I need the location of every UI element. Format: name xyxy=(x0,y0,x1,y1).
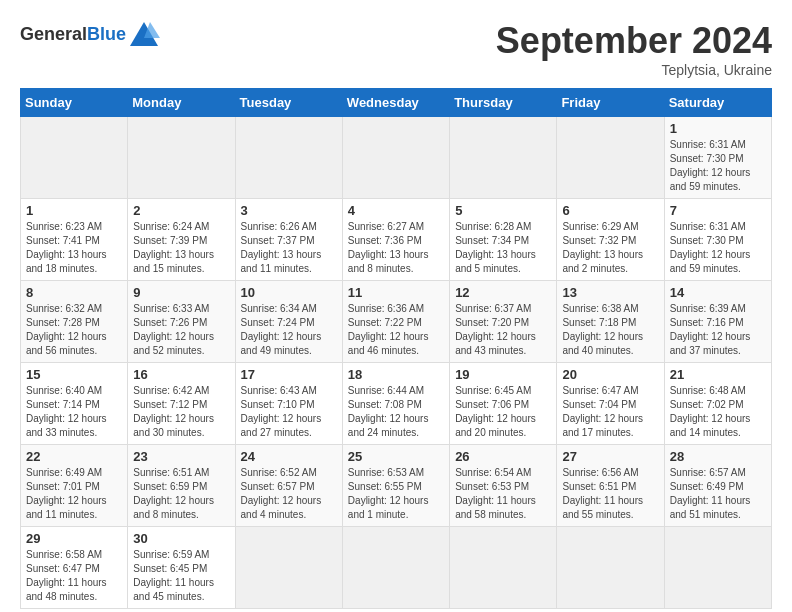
column-header-friday: Friday xyxy=(557,89,664,117)
column-header-monday: Monday xyxy=(128,89,235,117)
calendar-cell xyxy=(342,117,449,199)
calendar-cell: 17 Sunrise: 6:43 AMSunset: 7:10 PMDaylig… xyxy=(235,363,342,445)
calendar-cell: 18 Sunrise: 6:44 AMSunset: 7:08 PMDaylig… xyxy=(342,363,449,445)
calendar-cell xyxy=(235,117,342,199)
day-number: 18 xyxy=(348,367,444,382)
month-title: September 2024 xyxy=(496,20,772,62)
day-info: Sunrise: 6:57 AMSunset: 6:49 PMDaylight:… xyxy=(670,467,751,520)
calendar-cell: 8 Sunrise: 6:32 AMSunset: 7:28 PMDayligh… xyxy=(21,281,128,363)
day-number: 7 xyxy=(670,203,766,218)
calendar-cell: 30 Sunrise: 6:59 AMSunset: 6:45 PMDaylig… xyxy=(128,527,235,609)
day-info: Sunrise: 6:26 AMSunset: 7:37 PMDaylight:… xyxy=(241,221,322,274)
calendar-cell: 2 Sunrise: 6:24 AMSunset: 7:39 PMDayligh… xyxy=(128,199,235,281)
day-info: Sunrise: 6:54 AMSunset: 6:53 PMDaylight:… xyxy=(455,467,536,520)
calendar-cell xyxy=(128,117,235,199)
calendar-cell xyxy=(450,527,557,609)
day-info: Sunrise: 6:33 AMSunset: 7:26 PMDaylight:… xyxy=(133,303,214,356)
calendar-cell: 1 Sunrise: 6:31 AMSunset: 7:30 PMDayligh… xyxy=(664,117,771,199)
calendar-cell: 4 Sunrise: 6:27 AMSunset: 7:36 PMDayligh… xyxy=(342,199,449,281)
day-info: Sunrise: 6:29 AMSunset: 7:32 PMDaylight:… xyxy=(562,221,643,274)
calendar-cell: 25 Sunrise: 6:53 AMSunset: 6:55 PMDaylig… xyxy=(342,445,449,527)
calendar-cell xyxy=(235,527,342,609)
location-subtitle: Teplytsia, Ukraine xyxy=(496,62,772,78)
calendar-cell: 22 Sunrise: 6:49 AMSunset: 7:01 PMDaylig… xyxy=(21,445,128,527)
day-number: 8 xyxy=(26,285,122,300)
calendar-cell: 10 Sunrise: 6:34 AMSunset: 7:24 PMDaylig… xyxy=(235,281,342,363)
column-header-thursday: Thursday xyxy=(450,89,557,117)
logo-icon xyxy=(128,20,160,48)
day-info: Sunrise: 6:49 AMSunset: 7:01 PMDaylight:… xyxy=(26,467,107,520)
day-info: Sunrise: 6:37 AMSunset: 7:20 PMDaylight:… xyxy=(455,303,536,356)
day-number: 30 xyxy=(133,531,229,546)
day-number: 21 xyxy=(670,367,766,382)
day-info: Sunrise: 6:36 AMSunset: 7:22 PMDaylight:… xyxy=(348,303,429,356)
calendar-cell: 1 Sunrise: 6:23 AMSunset: 7:41 PMDayligh… xyxy=(21,199,128,281)
day-number: 19 xyxy=(455,367,551,382)
calendar-week-row: 15 Sunrise: 6:40 AMSunset: 7:14 PMDaylig… xyxy=(21,363,772,445)
day-info: Sunrise: 6:42 AMSunset: 7:12 PMDaylight:… xyxy=(133,385,214,438)
page-header: GeneralBlue September 2024 Teplytsia, Uk… xyxy=(20,20,772,78)
day-number: 1 xyxy=(670,121,766,136)
day-number: 9 xyxy=(133,285,229,300)
day-info: Sunrise: 6:48 AMSunset: 7:02 PMDaylight:… xyxy=(670,385,751,438)
logo-blue: Blue xyxy=(87,24,126,44)
day-number: 4 xyxy=(348,203,444,218)
calendar-cell: 13 Sunrise: 6:38 AMSunset: 7:18 PMDaylig… xyxy=(557,281,664,363)
calendar-cell: 20 Sunrise: 6:47 AMSunset: 7:04 PMDaylig… xyxy=(557,363,664,445)
day-info: Sunrise: 6:31 AMSunset: 7:30 PMDaylight:… xyxy=(670,139,751,192)
day-number: 11 xyxy=(348,285,444,300)
day-info: Sunrise: 6:24 AMSunset: 7:39 PMDaylight:… xyxy=(133,221,214,274)
day-number: 20 xyxy=(562,367,658,382)
calendar-week-row: 29 Sunrise: 6:58 AMSunset: 6:47 PMDaylig… xyxy=(21,527,772,609)
day-number: 27 xyxy=(562,449,658,464)
day-info: Sunrise: 6:27 AMSunset: 7:36 PMDaylight:… xyxy=(348,221,429,274)
calendar-cell: 6 Sunrise: 6:29 AMSunset: 7:32 PMDayligh… xyxy=(557,199,664,281)
calendar-week-row: 8 Sunrise: 6:32 AMSunset: 7:28 PMDayligh… xyxy=(21,281,772,363)
day-number: 15 xyxy=(26,367,122,382)
calendar-header-row: SundayMondayTuesdayWednesdayThursdayFrid… xyxy=(21,89,772,117)
logo: GeneralBlue xyxy=(20,20,160,48)
column-header-saturday: Saturday xyxy=(664,89,771,117)
calendar-cell: 28 Sunrise: 6:57 AMSunset: 6:49 PMDaylig… xyxy=(664,445,771,527)
column-header-sunday: Sunday xyxy=(21,89,128,117)
day-number: 5 xyxy=(455,203,551,218)
calendar-week-row: 1 Sunrise: 6:23 AMSunset: 7:41 PMDayligh… xyxy=(21,199,772,281)
calendar-cell xyxy=(342,527,449,609)
day-info: Sunrise: 6:32 AMSunset: 7:28 PMDaylight:… xyxy=(26,303,107,356)
calendar-cell: 16 Sunrise: 6:42 AMSunset: 7:12 PMDaylig… xyxy=(128,363,235,445)
day-number: 3 xyxy=(241,203,337,218)
day-info: Sunrise: 6:52 AMSunset: 6:57 PMDaylight:… xyxy=(241,467,322,520)
day-number: 22 xyxy=(26,449,122,464)
day-info: Sunrise: 6:43 AMSunset: 7:10 PMDaylight:… xyxy=(241,385,322,438)
calendar-cell: 24 Sunrise: 6:52 AMSunset: 6:57 PMDaylig… xyxy=(235,445,342,527)
day-number: 25 xyxy=(348,449,444,464)
calendar-cell xyxy=(450,117,557,199)
logo-general: General xyxy=(20,24,87,44)
calendar-cell: 5 Sunrise: 6:28 AMSunset: 7:34 PMDayligh… xyxy=(450,199,557,281)
calendar-cell: 27 Sunrise: 6:56 AMSunset: 6:51 PMDaylig… xyxy=(557,445,664,527)
day-number: 12 xyxy=(455,285,551,300)
calendar-cell xyxy=(21,117,128,199)
calendar-cell: 12 Sunrise: 6:37 AMSunset: 7:20 PMDaylig… xyxy=(450,281,557,363)
day-info: Sunrise: 6:45 AMSunset: 7:06 PMDaylight:… xyxy=(455,385,536,438)
day-info: Sunrise: 6:23 AMSunset: 7:41 PMDaylight:… xyxy=(26,221,107,274)
column-header-wednesday: Wednesday xyxy=(342,89,449,117)
day-info: Sunrise: 6:44 AMSunset: 7:08 PMDaylight:… xyxy=(348,385,429,438)
day-number: 17 xyxy=(241,367,337,382)
calendar-cell: 7 Sunrise: 6:31 AMSunset: 7:30 PMDayligh… xyxy=(664,199,771,281)
calendar-cell: 11 Sunrise: 6:36 AMSunset: 7:22 PMDaylig… xyxy=(342,281,449,363)
day-number: 24 xyxy=(241,449,337,464)
day-info: Sunrise: 6:59 AMSunset: 6:45 PMDaylight:… xyxy=(133,549,214,602)
day-number: 2 xyxy=(133,203,229,218)
day-number: 28 xyxy=(670,449,766,464)
day-info: Sunrise: 6:28 AMSunset: 7:34 PMDaylight:… xyxy=(455,221,536,274)
day-number: 14 xyxy=(670,285,766,300)
day-info: Sunrise: 6:39 AMSunset: 7:16 PMDaylight:… xyxy=(670,303,751,356)
day-number: 29 xyxy=(26,531,122,546)
calendar-cell xyxy=(557,117,664,199)
day-info: Sunrise: 6:38 AMSunset: 7:18 PMDaylight:… xyxy=(562,303,643,356)
calendar-cell: 21 Sunrise: 6:48 AMSunset: 7:02 PMDaylig… xyxy=(664,363,771,445)
day-info: Sunrise: 6:40 AMSunset: 7:14 PMDaylight:… xyxy=(26,385,107,438)
calendar-cell: 29 Sunrise: 6:58 AMSunset: 6:47 PMDaylig… xyxy=(21,527,128,609)
day-info: Sunrise: 6:51 AMSunset: 6:59 PMDaylight:… xyxy=(133,467,214,520)
